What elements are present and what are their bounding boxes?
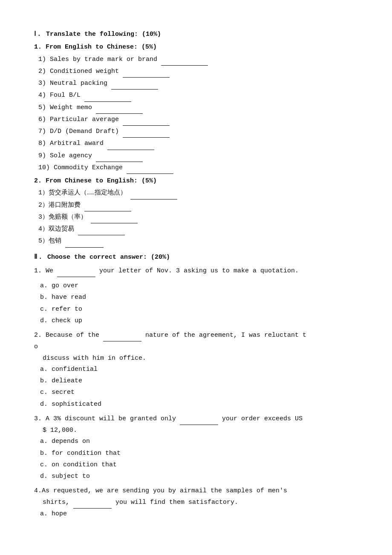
q3-cont: $ 12,000.	[43, 425, 358, 436]
item-text: 2) Conditioned weight	[38, 68, 119, 75]
answer-blank	[96, 102, 143, 114]
answer-blank	[111, 78, 158, 90]
q1-num: 1. We	[34, 267, 53, 275]
item-text: 7) D/D (Demand Draft)	[38, 128, 119, 135]
answer-blank	[123, 126, 170, 138]
question-4-text: 4.As requested, we are sending you by ai…	[34, 486, 358, 497]
answer-blank	[180, 413, 218, 425]
item-text: 4）双边贸易	[38, 225, 74, 233]
list-item: 3) Neutral packing	[38, 78, 358, 90]
answer-blank	[91, 212, 138, 223]
item-text: 5) Weight memo	[38, 104, 92, 111]
list-item: 6) Particular average	[38, 114, 358, 126]
list-item: 4）双边贸易	[38, 224, 358, 235]
item-text: 2）港口附加费	[38, 202, 81, 209]
option-c: c. refer to	[40, 304, 358, 315]
list-item: 4) Foul B/L	[38, 90, 358, 101]
option-a: a. go over	[40, 280, 358, 292]
option-a: a. confidential	[40, 364, 358, 375]
page-content: Ⅰ． Translate the following: (10%) 1. Fro…	[34, 29, 358, 520]
option-b: b. have read	[40, 292, 358, 303]
option-d: d. subject to	[40, 471, 358, 482]
list-item: 5) Weight memo	[38, 102, 358, 114]
section2-header: Ⅱ． Choose the correct answer: (20%)	[34, 252, 358, 263]
option-c: c. on condition that	[40, 460, 358, 471]
answer-blank	[96, 150, 143, 162]
item-text: 6) Particular average	[38, 116, 119, 123]
q4-num: 4.As requested, we are sending you by ai…	[34, 487, 287, 494]
list-item: 10) Commodity Exchange	[38, 162, 358, 174]
answer-blank	[57, 266, 95, 277]
sub1-header: 1. From English to Chinese: (5%)	[34, 42, 358, 53]
question-3: 3. A 3% discount will be granted only yo…	[34, 413, 358, 483]
list-item: 9) Sole agency	[38, 150, 358, 162]
question-1-text: 1. We your letter of Nov. 3 asking us to…	[34, 266, 358, 277]
list-item: 1）货交承运人（……指定地点）	[38, 188, 358, 199]
q2-num: 2. Because of the	[34, 332, 99, 339]
option-b: b. for condition that	[40, 448, 358, 459]
item-text: 3）免赔额（率）	[38, 214, 87, 221]
list-item: 3）免赔额（率）	[38, 212, 358, 223]
answer-blank	[107, 138, 154, 150]
answer-blank	[103, 330, 141, 341]
answer-blank	[123, 114, 170, 126]
question-3-text: 3. A 3% discount will be granted only yo…	[34, 413, 358, 425]
option-c: c. secret	[40, 387, 358, 398]
q1-rest: your letter of Nov. 3 asking us to make …	[99, 267, 299, 275]
option-d: d. sophisticated	[40, 399, 358, 410]
section1-header: Ⅰ． Translate the following: (10%)	[34, 29, 358, 40]
answer-blank	[65, 236, 104, 247]
answer-blank	[127, 162, 173, 174]
list-item: 5）包销	[38, 236, 358, 247]
item-text: 4) Foul B/L	[38, 92, 81, 99]
option-d: d. check up	[40, 315, 358, 327]
item-text: 10) Commodity Exchange	[38, 164, 123, 171]
item-text: 5）包销	[38, 237, 61, 245]
sub2-items: 1）货交承运人（……指定地点） 2）港口附加费 3）免赔额（率） 4）双边贸易 …	[34, 188, 358, 247]
answer-blank	[123, 66, 170, 78]
item-text: 1) Sales by trade mark or brand	[38, 56, 157, 63]
option-b: b. delieate	[40, 376, 358, 387]
q2-cont: o	[34, 341, 358, 353]
option-a: a. depends on	[40, 436, 358, 447]
q4-shirts: shirts,	[43, 499, 69, 506]
answer-blank	[161, 54, 208, 66]
list-item: 2) Conditioned weight	[38, 66, 358, 78]
list-item: 2）港口附加费	[38, 200, 358, 211]
list-item: 1) Sales by trade mark or brand	[38, 54, 358, 66]
question-2: 2. Because of the nature of the agreemen…	[34, 330, 358, 410]
answer-blank	[84, 200, 131, 211]
item-text: 8) Arbitral award	[38, 140, 104, 147]
answer-blank	[84, 90, 131, 101]
q2-rest: nature of the agreement, I was reluctant…	[145, 332, 306, 339]
q4-rest: you will find them satisfactory.	[115, 499, 238, 506]
question-4: 4.As requested, we are sending you by ai…	[34, 486, 358, 520]
item-text: 3) Neutral packing	[38, 80, 107, 87]
answer-blank	[73, 497, 112, 509]
sub2-header: 2. From Chinese to English: (5%)	[34, 176, 358, 187]
answer-blank	[130, 188, 177, 199]
q4-cont: shirts, you will find them satisfactory.	[43, 497, 358, 509]
q3-num: 3. A 3% discount will be granted only	[34, 415, 176, 422]
item-text: 1）货交承运人（……指定地点）	[38, 189, 127, 197]
option-a: a. hope	[40, 509, 358, 520]
answer-blank	[78, 224, 125, 235]
list-item: 8) Arbitral award	[38, 138, 358, 150]
question-1: 1. We your letter of Nov. 3 asking us to…	[34, 266, 358, 327]
question-2-text: 2. Because of the nature of the agreemen…	[34, 330, 358, 341]
q2-cont2: discuss with him in office.	[43, 353, 358, 364]
list-item: 7) D/D (Demand Draft)	[38, 126, 358, 138]
item-text: 9) Sole agency	[38, 152, 92, 159]
sub1-items: 1) Sales by trade mark or brand 2) Condi…	[34, 54, 358, 174]
q3-rest: your order exceeds US	[222, 415, 303, 422]
